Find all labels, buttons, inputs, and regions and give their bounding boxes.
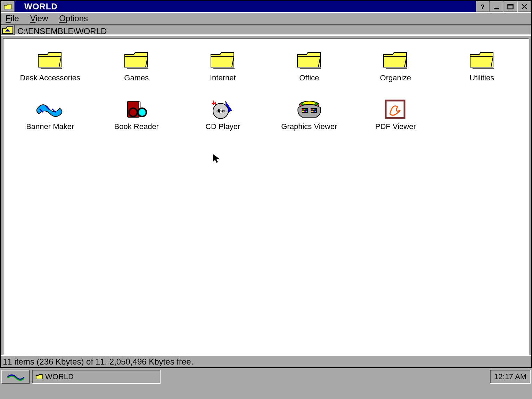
item-label: Utilities [469,73,494,82]
folder-icon [295,49,323,71]
app-book-icon [123,98,150,120]
app-graphics-icon [295,98,323,120]
task-button-label: WORLD [45,372,74,381]
folder-item[interactable]: Desk Accessories [7,49,93,98]
task-button-world[interactable]: WORLD [32,370,161,384]
folder-item[interactable]: Games [93,49,180,98]
item-label: CD Player [205,122,240,131]
minimize-icon [492,3,501,10]
maximize-button[interactable] [504,1,517,12]
svg-rect-1 [494,8,499,9]
pathbar: C:\ENSEMBLE\WORLD [1,24,531,36]
folder-icon [123,49,150,71]
svg-text:?: ? [481,3,485,10]
titlebar: WORLD ? [1,1,531,12]
folder-item[interactable]: Organize [352,49,439,98]
help-button[interactable]: ? [476,1,490,12]
content-frame: Desk AccessoriesGamesInternetOfficeOrgan… [1,36,531,355]
window-title: WORLD [15,1,67,12]
file-menu[interactable]: File [3,14,21,23]
folder-icon [3,3,12,10]
folder-icon [468,49,496,71]
app-item[interactable]: PDF Viewer [352,98,439,146]
up-button[interactable] [1,25,15,35]
close-button[interactable] [517,1,531,12]
item-label: Book Reader [114,122,159,131]
options-menu[interactable]: Options [57,14,90,23]
folder-item[interactable]: Office [266,49,353,98]
app-item[interactable]: CD Player [180,98,266,146]
icon-grid[interactable]: Desk AccessoriesGamesInternetOfficeOrgan… [3,38,529,355]
path-text: C:\ENSEMBLE\WORLD [15,25,531,35]
item-label: Desk Accessories [20,73,80,82]
item-label: Games [124,73,149,82]
svg-rect-3 [508,4,513,5]
app-item[interactable]: Graphics Viewer [266,98,353,146]
menubar: File View Options [1,12,531,24]
up-folder-icon [1,25,14,35]
statusbar: 11 items (236 Kbytes) of 11. 2,050,496 K… [1,355,531,367]
start-button[interactable] [1,370,30,384]
folder-icon [36,49,64,71]
minimize-button[interactable] [490,1,504,12]
clock[interactable]: 12:17 AM [490,370,531,384]
app-cd-icon [209,98,237,120]
folder-icon [382,49,409,71]
item-label: PDF Viewer [375,122,416,131]
folder-item[interactable]: Internet [180,49,266,98]
app-pdf-icon [382,98,409,120]
item-label: Graphics Viewer [281,122,337,131]
app-item[interactable]: Book Reader [93,98,180,146]
file-manager-window: WORLD ? File View Options [0,0,532,368]
folder-icon [209,49,237,71]
question-icon: ? [478,3,487,10]
view-menu[interactable]: View [28,14,50,23]
app-banner-icon [36,98,64,120]
close-icon [520,3,529,10]
mouse-cursor-icon [212,153,222,164]
item-label: Organize [380,73,411,82]
folder-icon [35,374,43,380]
app-item[interactable]: Banner Maker [7,98,93,146]
item-label: Internet [210,73,236,82]
start-icon [7,373,24,381]
folder-item[interactable]: Utilities [439,49,525,98]
maximize-icon [506,3,515,10]
taskbar: WORLD 12:17 AM [0,368,532,385]
system-menu-button[interactable] [1,1,15,12]
item-label: Office [299,73,319,82]
item-label: Banner Maker [26,122,74,131]
